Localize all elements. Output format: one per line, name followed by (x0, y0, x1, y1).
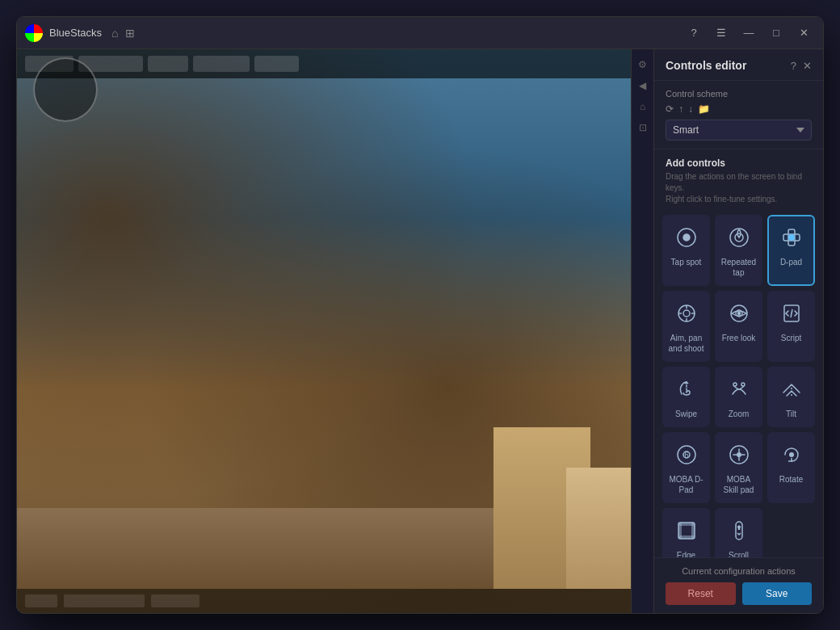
moba-dpad-icon: 6 (672, 440, 701, 469)
hud-kills (254, 56, 299, 72)
control-aim-pan-shoot[interactable]: Aim, pan and shoot (662, 291, 710, 362)
title-bar: BlueStacks ⌂ ⊞ ? ☰ — □ ✕ (17, 17, 823, 49)
right-sidebar: ⚙ ◀ ⌂ ⊡ (631, 49, 653, 613)
add-controls-desc: Drag the actions on the screen to bind k… (666, 171, 812, 205)
scheme-download-icon[interactable]: ↓ (688, 103, 693, 115)
free-look-icon (724, 299, 754, 328)
footer-title: Current configuration actions (666, 566, 812, 576)
tilt-label: Tilt (786, 409, 796, 419)
control-free-look[interactable]: Free look (715, 291, 762, 362)
swipe-label: Swipe (675, 409, 697, 419)
control-edge-scroll[interactable]: Edge scroll (662, 508, 710, 557)
building-2 (566, 468, 631, 589)
help-button[interactable]: ? (682, 22, 705, 44)
repeated-tap-label: Repeated tap (720, 257, 758, 278)
script-label: Script (781, 333, 802, 343)
control-zoom[interactable]: Zoom (715, 367, 762, 427)
app-window: BlueStacks ⌂ ⊞ ? ☰ — □ ✕ (16, 16, 824, 614)
scheme-reload-icon[interactable]: ⟳ (666, 103, 674, 115)
aim-icon (672, 299, 701, 328)
tap-spot-label: Tap spot (671, 257, 702, 267)
svg-rect-31 (691, 523, 695, 539)
control-scheme-section: Control scheme ⟳ ↑ ↓ 📁 Smart Default Cus… (654, 81, 823, 149)
panel-footer: Current configuration actions Reset Save (654, 557, 823, 613)
control-swipe[interactable]: Swipe (662, 367, 710, 427)
control-scroll[interactable]: Scroll (715, 508, 762, 557)
panel-help-icon[interactable]: ? (791, 60, 796, 72)
moba-skill-label: MOBA Skill pad (720, 474, 758, 495)
maximize-button[interactable]: □ (765, 22, 788, 44)
svg-point-6 (788, 234, 795, 241)
tilt-icon (777, 375, 806, 404)
window-controls: ? ☰ — □ ✕ (682, 22, 815, 44)
hud-score (148, 56, 188, 72)
panel-close-icon[interactable]: ✕ (803, 60, 812, 72)
svg-point-25 (737, 452, 741, 457)
minimize-button[interactable]: — (737, 22, 760, 44)
game-area (17, 49, 631, 613)
hud-bottom-bar (17, 589, 631, 613)
scheme-upload-icon[interactable]: ↑ (678, 103, 683, 115)
title-bar-nav: ⌂ ⊞ (111, 27, 134, 40)
game-compass (33, 57, 98, 122)
sidebar-icon-1[interactable]: ⚙ (634, 56, 652, 74)
hud-bottom-2 (64, 594, 145, 607)
control-repeated-tap[interactable]: Repeated tap (715, 215, 762, 286)
scheme-folder-icon[interactable]: 📁 (698, 103, 710, 115)
rotate-icon (777, 440, 806, 469)
hud-bottom-1 (25, 594, 57, 607)
controls-grid: Tap spot Repeated tap (654, 210, 823, 557)
repeated-tap-icon (724, 223, 754, 252)
scheme-label: Control scheme (666, 89, 812, 99)
rotate-label: Rotate (779, 474, 803, 485)
home-icon[interactable]: ⌂ (111, 27, 118, 40)
sidebar-icon-3[interactable]: ⌂ (634, 98, 652, 116)
control-tilt[interactable]: Tilt (767, 367, 815, 427)
control-dpad[interactable]: D-pad (767, 215, 815, 286)
close-button[interactable]: ✕ (792, 22, 815, 44)
panel-header-icons: ? ✕ (791, 60, 812, 72)
panel-header: Controls editor ? ✕ (654, 49, 823, 81)
scheme-header: ⟳ ↑ ↓ 📁 (666, 103, 812, 115)
reset-button[interactable]: Reset (666, 582, 736, 605)
svg-point-19 (741, 383, 745, 386)
svg-point-26 (789, 452, 794, 457)
dpad-label: D-pad (780, 257, 802, 267)
svg-point-1 (683, 234, 690, 241)
panel-title: Controls editor (666, 59, 746, 72)
control-script[interactable]: Script (767, 291, 815, 362)
app-title: BlueStacks (49, 27, 102, 39)
moba-skill-icon (724, 440, 754, 469)
svg-point-15 (737, 313, 740, 315)
control-moba-dpad[interactable]: 6 MOBA D-Pad (662, 432, 710, 503)
free-look-label: Free look (722, 333, 756, 343)
controls-panel: Controls editor ? ✕ Control scheme ⟳ ↑ ↓… (653, 49, 823, 613)
svg-line-17 (791, 309, 792, 317)
control-tap-spot[interactable]: Tap spot (662, 215, 710, 286)
svg-rect-32 (736, 522, 742, 540)
script-icon (777, 299, 806, 328)
footer-buttons: Reset Save (666, 582, 812, 605)
svg-rect-30 (678, 523, 682, 539)
aim-pan-shoot-label: Aim, pan and shoot (667, 333, 705, 354)
hud-timer (193, 56, 250, 72)
add-controls-section: Add controls Drag the actions on the scr… (654, 149, 823, 210)
save-button[interactable]: Save (742, 582, 813, 605)
dpad-icon (777, 223, 806, 252)
scroll-icon (724, 516, 754, 545)
copy-icon[interactable]: ⊞ (125, 27, 135, 40)
control-moba-skill[interactable]: MOBA Skill pad (715, 432, 762, 503)
sidebar-icon-2[interactable]: ◀ (634, 77, 652, 94)
main-area: ⚙ ◀ ⌂ ⊡ Controls editor ? ✕ Control sche… (17, 49, 823, 613)
add-controls-title: Add controls (666, 158, 812, 169)
menu-button[interactable]: ☰ (710, 22, 733, 44)
sidebar-icon-4[interactable]: ⊡ (634, 119, 652, 136)
control-rotate[interactable]: Rotate (767, 432, 815, 503)
zoom-icon (724, 375, 754, 404)
hud-bottom-3 (151, 594, 200, 607)
scheme-select[interactable]: Smart Default Custom (666, 120, 812, 141)
scroll-label: Scroll (729, 550, 749, 557)
edge-scroll-label: Edge scroll (667, 550, 705, 557)
zoom-label: Zoom (729, 409, 750, 419)
bluestacks-logo (25, 24, 43, 42)
